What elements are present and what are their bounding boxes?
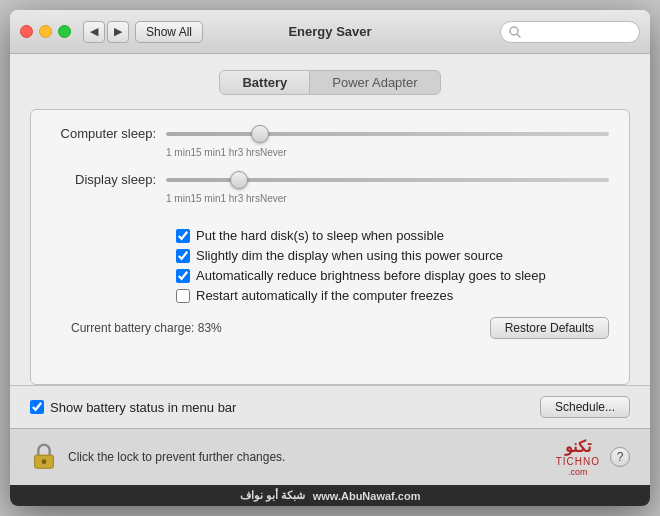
computer-sleep-row: Computer sleep: xyxy=(51,126,609,141)
back-button[interactable]: ◀ xyxy=(83,21,105,43)
show-battery-label: Show battery status in menu bar xyxy=(50,400,236,415)
nav-buttons: ◀ ▶ xyxy=(83,21,129,43)
search-icon xyxy=(509,26,521,38)
svg-point-0 xyxy=(510,27,518,35)
checkbox-row-1: Slightly dim the display when using this… xyxy=(176,248,609,263)
battery-charge-label: Current battery charge: 83% xyxy=(71,321,490,335)
display-sleep-wrapper xyxy=(166,178,609,182)
watermark-latin: TICHNO xyxy=(556,456,600,467)
computer-sleep-ticks-row: 1 min 15 min 1 hr 3 hrs Never xyxy=(51,145,609,158)
tick-never-display: Never xyxy=(260,193,287,204)
tick-1hr-display: 1 hr xyxy=(220,193,237,204)
tick-15min: 15 min xyxy=(190,147,220,158)
battery-row: Current battery charge: 83% Restore Defa… xyxy=(71,317,609,339)
computer-sleep-label: Computer sleep: xyxy=(51,126,166,141)
window: ◀ ▶ Show All Energy Saver Battery Power … xyxy=(10,10,650,506)
tick-1min-display: 1 min xyxy=(166,193,190,204)
bottom-bar: Show battery status in menu bar Schedule… xyxy=(10,385,650,428)
bottom-watermark-url: www.AbuNawaf.com xyxy=(313,490,421,502)
tick-1min: 1 min xyxy=(166,147,190,158)
auto-reduce-brightness-checkbox[interactable] xyxy=(176,269,190,283)
schedule-button[interactable]: Schedule... xyxy=(540,396,630,418)
main-panel: Computer sleep: 1 min 15 min 1 hr 3 hrs … xyxy=(30,109,630,385)
tick-15min-display: 15 min xyxy=(190,193,220,204)
show-battery-checkbox[interactable] xyxy=(30,400,44,414)
computer-sleep-slider[interactable] xyxy=(166,132,609,136)
checkbox-row-3: Restart automatically if the computer fr… xyxy=(176,288,609,303)
display-sleep-ticks: 1 min 15 min 1 hr 3 hrs Never xyxy=(166,193,287,204)
checkbox-row-0: Put the hard disk(s) to sleep when possi… xyxy=(176,228,609,243)
close-button[interactable] xyxy=(20,25,33,38)
display-sleep-label: Display sleep: xyxy=(51,172,166,187)
lock-bar: Click the lock to prevent further change… xyxy=(10,428,650,485)
tick-1hr: 1 hr xyxy=(220,147,237,158)
watermark-com: .com xyxy=(568,467,588,477)
forward-button[interactable]: ▶ xyxy=(107,21,129,43)
hard-disk-sleep-label: Put the hard disk(s) to sleep when possi… xyxy=(196,228,444,243)
show-all-button[interactable]: Show All xyxy=(135,21,203,43)
restart-auto-label: Restart automatically if the computer fr… xyxy=(196,288,453,303)
computer-sleep-section: Computer sleep: 1 min 15 min 1 hr 3 hrs … xyxy=(51,126,609,162)
svg-point-3 xyxy=(42,459,47,464)
checkbox-row-2: Automatically reduce brightness before d… xyxy=(176,268,609,283)
auto-reduce-brightness-label: Automatically reduce brightness before d… xyxy=(196,268,546,283)
bottom-watermark-text: شبكة أبو نواف xyxy=(240,489,305,502)
lock-icon[interactable] xyxy=(30,441,58,473)
watermark-arabic: تكنو xyxy=(565,437,591,456)
restart-auto-checkbox[interactable] xyxy=(176,289,190,303)
dim-display-checkbox[interactable] xyxy=(176,249,190,263)
display-sleep-section: Display sleep: 1 min 15 min 1 hr 3 hrs N… xyxy=(51,172,609,208)
tab-power-adapter[interactable]: Power Adapter xyxy=(310,71,439,94)
bottom-watermark-bar: شبكة أبو نواف www.AbuNawaf.com xyxy=(10,485,650,506)
display-sleep-slider[interactable] xyxy=(166,178,609,182)
traffic-lights xyxy=(20,25,71,38)
window-title: Energy Saver xyxy=(288,24,371,39)
display-sleep-row: Display sleep: xyxy=(51,172,609,187)
maximize-button[interactable] xyxy=(58,25,71,38)
minimize-button[interactable] xyxy=(39,25,52,38)
content: Battery Power Adapter Computer sleep: 1 xyxy=(10,54,650,385)
display-sleep-ticks-row: 1 min 15 min 1 hr 3 hrs Never xyxy=(51,191,609,204)
tab-bar: Battery Power Adapter xyxy=(30,70,630,95)
titlebar: ◀ ▶ Show All Energy Saver xyxy=(10,10,650,54)
tick-3hrs-display: 3 hrs xyxy=(238,193,260,204)
tick-never: Never xyxy=(260,147,287,158)
lock-text: Click the lock to prevent further change… xyxy=(68,450,556,464)
hard-disk-sleep-checkbox[interactable] xyxy=(176,229,190,243)
tab-battery[interactable]: Battery xyxy=(220,71,309,94)
tick-3hrs: 3 hrs xyxy=(238,147,260,158)
restore-defaults-button[interactable]: Restore Defaults xyxy=(490,317,609,339)
show-battery-row: Show battery status in menu bar xyxy=(30,400,540,415)
dim-display-label: Slightly dim the display when using this… xyxy=(196,248,503,263)
checkboxes: Put the hard disk(s) to sleep when possi… xyxy=(176,228,609,303)
computer-sleep-ticks: 1 min 15 min 1 hr 3 hrs Never xyxy=(166,147,287,158)
help-button[interactable]: ? xyxy=(610,447,630,467)
search-bar[interactable] xyxy=(500,21,640,43)
tab-container: Battery Power Adapter xyxy=(219,70,440,95)
computer-sleep-wrapper xyxy=(166,132,609,136)
svg-line-1 xyxy=(518,34,521,37)
watermark: تكنو TICHNO .com xyxy=(556,437,600,477)
